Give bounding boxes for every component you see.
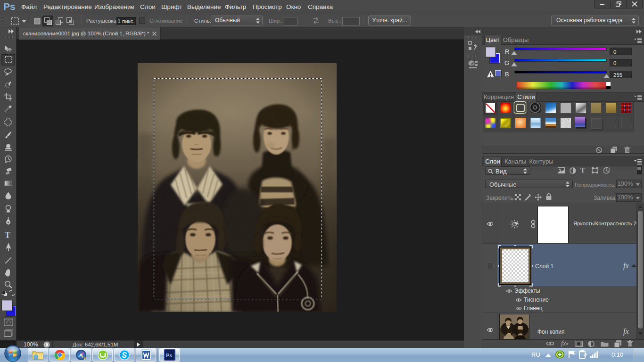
svg-text:Ps: Ps <box>166 353 172 358</box>
